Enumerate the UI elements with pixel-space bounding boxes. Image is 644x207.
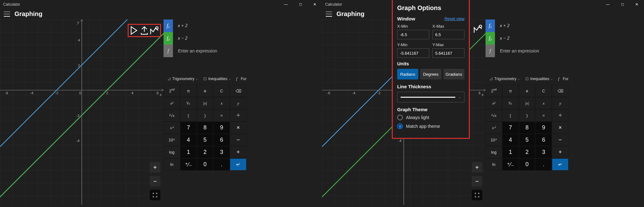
equation-row-2[interactable]: f2 x − 2 bbox=[164, 32, 247, 45]
close-button[interactable]: ✕ bbox=[308, 0, 322, 8]
xmax-input[interactable] bbox=[432, 30, 464, 39]
graph-canvas[interactable]: -6 -4 -2 0 2 4 6 2 4 -2 -4 x y + bbox=[0, 19, 164, 205]
key-6[interactable]: 6 bbox=[535, 134, 552, 146]
key-clear[interactable]: C bbox=[213, 85, 230, 97]
function-chip-new[interactable]: f bbox=[486, 45, 495, 57]
menu-icon[interactable] bbox=[4, 12, 10, 17]
key-log[interactable]: log bbox=[486, 146, 502, 158]
key-plus[interactable]: + bbox=[230, 146, 247, 158]
key-divide[interactable]: ÷ bbox=[552, 109, 569, 122]
key-6[interactable]: 6 bbox=[213, 134, 230, 146]
function-chip-1[interactable]: f1 bbox=[486, 19, 495, 32]
share-icon[interactable] bbox=[139, 25, 149, 35]
equation-row-new[interactable]: f Enter an expression bbox=[164, 45, 247, 57]
key-lparen[interactable]: ( bbox=[502, 109, 519, 122]
key-e[interactable]: e bbox=[519, 85, 536, 97]
key-rparen[interactable]: ) bbox=[197, 109, 214, 122]
category-inequalities[interactable]: Inequalities⌄ bbox=[523, 77, 555, 81]
category-inequalities[interactable]: Inequalities⌄ bbox=[201, 77, 233, 81]
key-1[interactable]: 1 bbox=[502, 146, 519, 158]
key-multiply[interactable]: × bbox=[552, 122, 569, 134]
key-4[interactable]: 4 bbox=[502, 134, 519, 146]
fit-button[interactable] bbox=[150, 190, 160, 200]
key-log[interactable]: log bbox=[164, 146, 180, 158]
key-equals[interactable]: = bbox=[213, 109, 230, 122]
ymin-input[interactable] bbox=[397, 48, 429, 58]
zoom-in-button[interactable]: + bbox=[472, 162, 482, 173]
zoom-out-button[interactable]: − bbox=[150, 176, 160, 187]
minimize-button[interactable]: — bbox=[279, 0, 293, 8]
trace-icon[interactable] bbox=[129, 25, 139, 35]
reset-view-link[interactable]: Reset view bbox=[444, 16, 464, 21]
key-sqrt[interactable]: ²√x bbox=[164, 109, 180, 122]
key-x[interactable]: x bbox=[213, 97, 230, 109]
equation-row-1[interactable]: f1 x + 2 bbox=[486, 19, 569, 32]
equation-row-2[interactable]: f2 x − 2 bbox=[486, 32, 569, 45]
key-reciprocal[interactable]: ¹⁄ₓ bbox=[502, 97, 519, 109]
ymax-input[interactable] bbox=[432, 48, 464, 58]
equation-row-new[interactable]: f Enter an expression bbox=[486, 45, 569, 57]
key-clear[interactable]: C bbox=[535, 85, 552, 97]
category-functions[interactable]: f Funct bbox=[234, 77, 247, 81]
category-functions[interactable]: f Funct bbox=[556, 77, 569, 81]
key-2nd[interactable]: 2nd bbox=[486, 85, 502, 97]
key-negate[interactable]: ⁺⁄₋ bbox=[502, 158, 519, 171]
category-trig[interactable]: Trigonometry⌄ bbox=[487, 77, 522, 81]
key-0[interactable]: 0 bbox=[519, 158, 536, 171]
zoom-out-button[interactable]: − bbox=[472, 176, 482, 187]
key-power[interactable]: xʸ bbox=[486, 122, 502, 134]
graph-settings-icon[interactable] bbox=[473, 24, 483, 34]
menu-icon[interactable] bbox=[326, 12, 332, 17]
key-sqrt[interactable]: ²√x bbox=[486, 109, 502, 122]
key-y[interactable]: y bbox=[552, 97, 569, 109]
key-10x[interactable]: 10ˣ bbox=[164, 134, 180, 146]
xmin-input[interactable] bbox=[397, 30, 429, 39]
key-reciprocal[interactable]: ¹⁄ₓ bbox=[180, 97, 197, 109]
key-xsquared[interactable]: x² bbox=[164, 97, 180, 109]
key-1[interactable]: 1 bbox=[180, 146, 197, 158]
key-10x[interactable]: 10ˣ bbox=[486, 134, 502, 146]
key-decimal[interactable]: . bbox=[535, 158, 552, 171]
theme-option-light[interactable]: Always light bbox=[397, 115, 464, 120]
key-enter[interactable]: ↵ bbox=[552, 158, 569, 171]
key-backspace[interactable]: ⌫ bbox=[230, 85, 247, 97]
fit-button[interactable] bbox=[472, 190, 482, 200]
key-2[interactable]: 2 bbox=[197, 146, 214, 158]
key-y[interactable]: y bbox=[230, 97, 247, 109]
key-plus[interactable]: + bbox=[552, 146, 569, 158]
key-rparen[interactable]: ) bbox=[519, 109, 536, 122]
key-lparen[interactable]: ( bbox=[180, 109, 197, 122]
thickness-select[interactable]: ⌄ bbox=[397, 92, 464, 102]
key-equals[interactable]: = bbox=[535, 109, 552, 122]
key-decimal[interactable]: . bbox=[213, 158, 230, 171]
category-trig[interactable]: Trigonometry⌄ bbox=[165, 77, 200, 81]
key-8[interactable]: 8 bbox=[197, 122, 214, 134]
key-ln[interactable]: ln bbox=[164, 158, 180, 171]
key-3[interactable]: 3 bbox=[213, 146, 230, 158]
key-2[interactable]: 2 bbox=[519, 146, 536, 158]
key-7[interactable]: 7 bbox=[502, 122, 519, 134]
theme-option-match[interactable]: Match app theme bbox=[397, 123, 464, 129]
unit-gradians[interactable]: Gradians bbox=[443, 69, 464, 79]
key-x[interactable]: x bbox=[535, 97, 552, 109]
key-divide[interactable]: ÷ bbox=[230, 109, 247, 122]
zoom-in-button[interactable]: + bbox=[150, 162, 160, 173]
function-chip-new[interactable]: f bbox=[164, 45, 173, 57]
key-minus[interactable]: − bbox=[230, 134, 247, 146]
key-5[interactable]: 5 bbox=[519, 134, 536, 146]
key-0[interactable]: 0 bbox=[197, 158, 214, 171]
key-4[interactable]: 4 bbox=[180, 134, 197, 146]
unit-radians[interactable]: Radians bbox=[397, 69, 418, 79]
key-e[interactable]: e bbox=[197, 85, 214, 97]
key-xsquared[interactable]: x² bbox=[486, 97, 502, 109]
key-backspace[interactable]: ⌫ bbox=[552, 85, 569, 97]
key-enter[interactable]: ↵ bbox=[230, 158, 247, 171]
key-abs[interactable]: |x| bbox=[519, 97, 536, 109]
function-chip-2[interactable]: f2 bbox=[164, 32, 173, 45]
key-pi[interactable]: π bbox=[502, 85, 519, 97]
close-button[interactable]: ✕ bbox=[630, 0, 644, 8]
unit-degrees[interactable]: Degrees bbox=[420, 69, 441, 79]
minimize-button[interactable]: — bbox=[601, 0, 615, 8]
maximize-button[interactable]: ▢ bbox=[615, 0, 630, 8]
equation-row-1[interactable]: f1 x + 2 bbox=[164, 19, 247, 32]
